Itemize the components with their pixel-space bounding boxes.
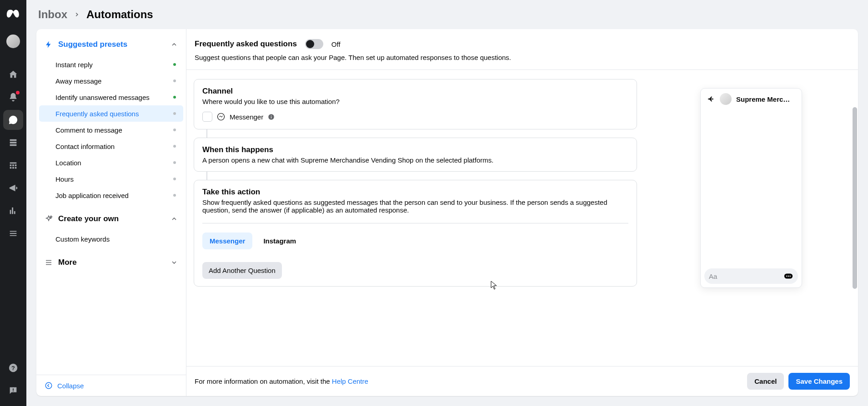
footer-info: For more information on automation, visi… (195, 377, 368, 385)
messenger-label: Messenger (230, 113, 263, 121)
preset-faq[interactable]: Frequently asked questions (39, 105, 183, 122)
preset-location[interactable]: Location (39, 154, 183, 171)
preset-label: Hours (55, 175, 74, 183)
automations-card: Suggested presets Instant reply Away mes… (36, 29, 858, 396)
preset-hours[interactable]: Hours (39, 171, 183, 187)
chevron-right-icon (74, 11, 80, 18)
collapse-label: Collapse (57, 382, 84, 390)
tab-messenger[interactable]: Messenger (202, 233, 252, 249)
presets-sidebar: Suggested presets Instant reply Away mes… (36, 29, 186, 396)
preset-label: Job application received (55, 192, 129, 199)
collapse-icon (45, 381, 53, 390)
preset-comment-to-message[interactable]: Comment to message (39, 122, 183, 138)
preset-away-message[interactable]: Away message (39, 73, 183, 89)
breadcrumb: Inbox Automations (26, 0, 868, 29)
ads-icon[interactable] (3, 178, 23, 198)
preview-input[interactable]: Aa (704, 268, 798, 284)
channel-title: Channel (202, 87, 628, 96)
status-dot (173, 145, 176, 148)
help-icon[interactable]: ? (3, 358, 23, 378)
preview-page-name: Supreme Merc… (736, 95, 796, 103)
scrollbar[interactable] (853, 107, 857, 289)
svg-rect-7 (271, 116, 271, 118)
cancel-button[interactable]: Cancel (747, 373, 784, 390)
status-dot (173, 194, 176, 197)
preview-body (701, 109, 802, 265)
preset-instant-reply[interactable]: Instant reply (39, 56, 183, 73)
preset-custom-keywords[interactable]: Custom keywords (39, 231, 183, 247)
info-icon[interactable] (268, 114, 275, 120)
breadcrumb-inbox[interactable]: Inbox (38, 8, 67, 21)
add-question-button[interactable]: Add Another Question (202, 262, 282, 279)
suggested-presets-label: Suggested presets (58, 40, 127, 49)
notification-badge (16, 91, 20, 94)
home-icon[interactable] (3, 64, 23, 84)
action-panel: Take this action Show frequently asked q… (194, 180, 637, 287)
bolt-icon (45, 40, 53, 49)
collapse-button[interactable]: Collapse (36, 375, 186, 396)
meta-logo[interactable] (5, 5, 22, 23)
preset-job-application[interactable]: Job application received (39, 187, 183, 203)
content-header: Frequently asked questions Off Suggest q… (186, 29, 858, 70)
sparkle-icon (45, 215, 53, 223)
posts-icon[interactable] (3, 133, 23, 153)
action-subtitle: Show frequently asked questions as sugge… (202, 198, 628, 214)
preset-label: Away message (55, 77, 101, 85)
list-icon (45, 258, 53, 267)
feedback-icon[interactable] (3, 381, 23, 401)
platform-tabs: Messenger Instagram (202, 233, 628, 249)
chevron-up-icon (171, 215, 178, 223)
messenger-checkbox[interactable] (202, 112, 212, 122)
preset-label: Location (55, 159, 81, 167)
preset-label: Instant reply (55, 61, 93, 69)
preset-label: Comment to message (55, 126, 122, 134)
chat-preview: Supreme Merc… Aa (700, 88, 802, 288)
notifications-icon[interactable] (3, 87, 23, 107)
help-centre-link[interactable]: Help Centre (332, 377, 368, 385)
more-header[interactable]: More (36, 247, 186, 274)
preview-avatar (720, 93, 732, 105)
preset-identify-unanswered[interactable]: Identify unanswered messages (39, 89, 183, 105)
insights-icon[interactable] (3, 201, 23, 221)
status-dot (173, 178, 176, 180)
preset-label: Contact information (55, 143, 115, 150)
account-avatar[interactable] (6, 35, 20, 48)
status-dot (173, 112, 176, 115)
footer-bar: For more information on automation, visi… (186, 366, 858, 396)
status-dot (173, 79, 176, 82)
svg-point-10 (786, 276, 787, 277)
save-button[interactable]: Save Changes (788, 373, 850, 390)
when-subtitle: A person opens a new chat with Supreme M… (202, 156, 628, 164)
preview-column: Supreme Merc… Aa (644, 70, 858, 366)
toggle-state: Off (331, 40, 341, 48)
content-area: Frequently asked questions Off Suggest q… (186, 29, 858, 396)
inbox-icon[interactable] (3, 110, 23, 130)
status-dot (173, 96, 176, 99)
tab-instagram[interactable]: Instagram (256, 233, 303, 249)
preset-label: Identify unanswered messages (55, 94, 150, 101)
messenger-icon (217, 113, 225, 121)
menu-icon[interactable] (3, 223, 23, 243)
svg-point-12 (789, 276, 790, 277)
preset-label: Custom keywords (55, 235, 110, 243)
enable-toggle[interactable] (305, 39, 323, 49)
svg-rect-3 (13, 391, 14, 391)
preset-label: Frequently asked questions (55, 110, 139, 118)
chevron-down-icon (171, 259, 178, 266)
action-title: Take this action (202, 188, 628, 197)
preset-contact-info[interactable]: Contact information (39, 138, 183, 154)
when-title: When this happens (202, 145, 628, 154)
svg-text:?: ? (11, 365, 15, 371)
create-your-own-header[interactable]: Create your own (36, 203, 186, 231)
channel-subtitle: Where would you like to use this automat… (202, 98, 628, 105)
status-dot (173, 129, 176, 131)
svg-point-4 (45, 382, 52, 389)
back-icon[interactable] (706, 94, 715, 104)
page-description: Suggest questions that people can ask yo… (195, 54, 850, 61)
config-column: Channel Where would you like to use this… (186, 70, 644, 366)
breadcrumb-automations: Automations (86, 8, 153, 21)
typing-icon (783, 271, 793, 281)
calendar-icon[interactable] (3, 155, 23, 175)
suggested-presets-header[interactable]: Suggested presets (36, 29, 186, 56)
status-dot (173, 161, 176, 164)
